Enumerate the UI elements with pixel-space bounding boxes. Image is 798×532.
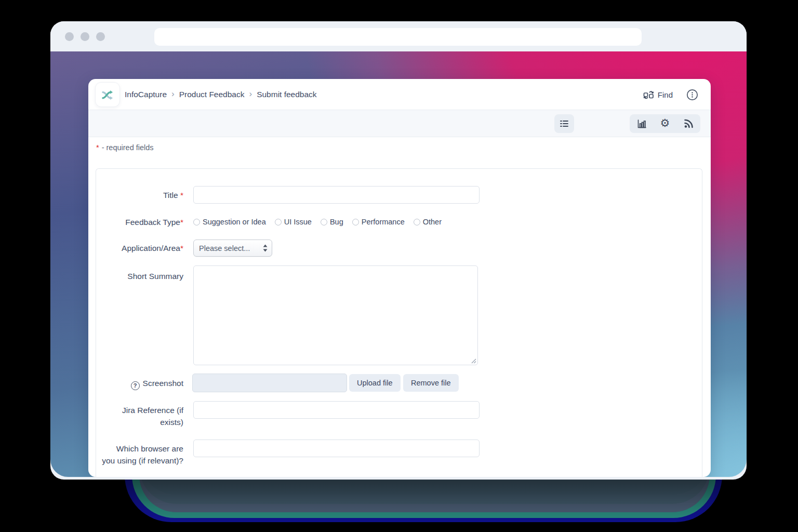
feedback-type-options: Suggestion or Idea UI Issue Bug bbox=[193, 214, 442, 230]
view-toolbar: ⚙ bbox=[88, 110, 711, 137]
breadcrumb-product-feedback[interactable]: Product Feedback bbox=[179, 90, 245, 99]
feedback-form: Title * Feedback Type* bbox=[96, 168, 702, 477]
chevron-right-icon: › bbox=[171, 89, 175, 99]
radio-input-suggestion[interactable] bbox=[193, 219, 200, 225]
short-summary-label: Short Summary bbox=[101, 270, 183, 282]
application-area-required-star: * bbox=[180, 244, 183, 252]
page-background: InfoCapture › Product Feedback › Submit … bbox=[50, 51, 747, 477]
radio-input-ui-issue[interactable] bbox=[275, 219, 282, 225]
application-area-label: Application/Area* bbox=[101, 242, 183, 254]
browser-question-label: Which browser are you using (if relevant… bbox=[101, 443, 183, 467]
title-label: Title * bbox=[101, 189, 183, 201]
url-bar[interactable] bbox=[154, 28, 642, 46]
browser-chrome bbox=[50, 21, 747, 51]
gear-icon: ⚙ bbox=[660, 118, 670, 129]
select-stepper-icon bbox=[263, 244, 268, 252]
radio-performance[interactable]: Performance bbox=[352, 218, 405, 226]
radio-suggestion-or-idea[interactable]: Suggestion or Idea bbox=[193, 218, 266, 226]
short-summary-label-text: Short Summary bbox=[127, 272, 183, 281]
traffic-light-zoom[interactable] bbox=[96, 32, 105, 41]
shuffle-icon bbox=[101, 88, 115, 102]
breadcrumb: InfoCapture › Product Feedback › Submit … bbox=[125, 79, 317, 110]
radio-label: UI Issue bbox=[284, 218, 312, 226]
settings-button[interactable]: ⚙ bbox=[653, 118, 676, 129]
screenshot-file-field[interactable] bbox=[192, 374, 347, 392]
jira-reference-label: Jira Reference (if exists) bbox=[101, 404, 183, 428]
browser-window: InfoCapture › Product Feedback › Submit … bbox=[50, 21, 747, 480]
feedback-card: InfoCapture › Product Feedback › Submit … bbox=[88, 79, 711, 477]
short-summary-row: Short Summary bbox=[96, 265, 702, 365]
radio-label: Suggestion or Idea bbox=[203, 218, 266, 226]
jira-reference-row: Jira Reference (if exists) bbox=[96, 401, 702, 419]
stage: InfoCapture › Product Feedback › Submit … bbox=[0, 0, 798, 532]
screenshot-row: ?Screenshot Upload file Remove file bbox=[96, 374, 702, 392]
find-label: Find bbox=[658, 90, 673, 99]
card-header: InfoCapture › Product Feedback › Submit … bbox=[88, 79, 711, 110]
find-replace-icon bbox=[643, 89, 654, 100]
required-fields-note: * - required fields bbox=[88, 137, 711, 158]
radio-bug[interactable]: Bug bbox=[321, 218, 343, 226]
radio-input-performance[interactable] bbox=[352, 219, 359, 225]
bar-chart-icon bbox=[636, 118, 647, 129]
required-note-text: - required fields bbox=[102, 143, 154, 152]
traffic-light-minimize[interactable] bbox=[81, 32, 89, 41]
remove-file-button[interactable]: Remove file bbox=[403, 374, 459, 392]
breadcrumb-submit-feedback[interactable]: Submit feedback bbox=[257, 90, 316, 99]
list-view-button[interactable] bbox=[554, 114, 574, 133]
list-icon bbox=[558, 118, 570, 129]
help-icon[interactable]: ? bbox=[131, 381, 140, 390]
application-area-label-text: Application/Area bbox=[122, 244, 180, 252]
jira-reference-label-text: Jira Reference (if exists) bbox=[122, 406, 183, 427]
title-row: Title * bbox=[96, 186, 702, 204]
toolbar-button-group: ⚙ bbox=[630, 114, 700, 133]
traffic-lights bbox=[65, 32, 105, 41]
title-input[interactable] bbox=[193, 186, 480, 204]
screenshot-label: ?Screenshot bbox=[101, 377, 183, 390]
title-required-star: * bbox=[180, 191, 183, 200]
select-value: Please select... bbox=[199, 244, 263, 252]
radio-input-other[interactable] bbox=[414, 219, 420, 225]
feedback-type-row: Feedback Type* Suggestion or Idea bbox=[96, 214, 702, 230]
rss-icon bbox=[683, 118, 694, 129]
header-actions: Find bbox=[643, 79, 698, 110]
breadcrumb-infocapture[interactable]: InfoCapture bbox=[125, 90, 167, 99]
traffic-light-close[interactable] bbox=[65, 32, 74, 41]
screenshot-label-text: Screenshot bbox=[143, 379, 183, 388]
radio-ui-issue[interactable]: UI Issue bbox=[275, 218, 312, 226]
browser-question-label-text: Which browser are you using (if relevant… bbox=[102, 444, 183, 465]
radio-label: Performance bbox=[362, 218, 405, 226]
chevron-right-icon: › bbox=[249, 89, 252, 99]
feedback-type-required-star: * bbox=[180, 218, 183, 227]
required-asterisk: * bbox=[96, 143, 99, 152]
browser-question-row: Which browser are you using (if relevant… bbox=[96, 440, 702, 457]
radio-label: Bug bbox=[330, 218, 343, 226]
app-logo[interactable] bbox=[95, 82, 120, 107]
upload-file-button[interactable]: Upload file bbox=[349, 374, 401, 392]
feedback-type-label: Feedback Type* bbox=[101, 216, 183, 228]
application-area-row: Application/Area* Please select... bbox=[96, 240, 702, 257]
radio-other[interactable]: Other bbox=[414, 218, 442, 226]
radio-input-bug[interactable] bbox=[321, 219, 327, 225]
title-label-text: Title bbox=[163, 191, 178, 200]
kebab-menu-icon[interactable] bbox=[686, 89, 698, 101]
jira-reference-input[interactable] bbox=[193, 401, 480, 419]
rss-button[interactable] bbox=[677, 118, 700, 129]
short-summary-textarea[interactable] bbox=[193, 265, 478, 365]
browser-question-input[interactable] bbox=[193, 440, 480, 457]
radio-label: Other bbox=[423, 218, 442, 226]
application-area-select[interactable]: Please select... bbox=[193, 240, 272, 257]
stats-button[interactable] bbox=[630, 118, 653, 129]
find-button[interactable]: Find bbox=[643, 89, 673, 100]
feedback-type-label-text: Feedback Type bbox=[125, 218, 180, 227]
